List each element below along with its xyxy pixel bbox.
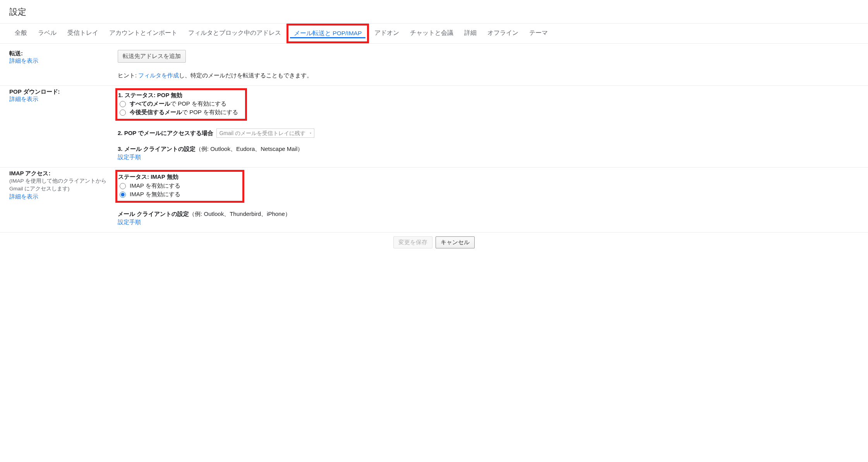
forwarding-hint: ヒント: フィルタを作成し、特定のメールだけを転送することもできます。 (118, 72, 859, 79)
highlight-box-imap: ステータス: IMAP 無効 IMAP を有効にする IMAP を無効にする (115, 170, 244, 203)
imap-status-label: ステータス: (118, 173, 151, 180)
imap-client-label: メール クライアントの設定 (118, 210, 189, 217)
imap-disable-radio[interactable] (120, 192, 126, 198)
imap-config-instructions-link[interactable]: 設定手順 (118, 219, 859, 226)
add-forwarding-address-button[interactable]: 転送先アドレスを追加 (118, 50, 186, 63)
hint-suffix: し、特定のメールだけを転送することもできます。 (179, 72, 312, 79)
tab-inbox[interactable]: 受信トレイ (62, 24, 104, 43)
tab-filters-blocked[interactable]: フィルタとブロック中のアドレス (183, 24, 286, 43)
imap-label: IMAP アクセス: (9, 170, 114, 177)
imap-status-value: IMAP 無効 (151, 173, 178, 180)
page-title: 設定 (0, 0, 868, 23)
pop-step3-label: 3. メール クライアントの設定 (118, 145, 196, 152)
cancel-button[interactable]: キャンセル (436, 236, 475, 248)
imap-description: (IMAP を使用して他のクライアントから Gmail にアクセスします) (9, 177, 114, 193)
pop-config-instructions-link[interactable]: 設定手順 (118, 154, 859, 161)
pop-enable-all-radio[interactable] (120, 101, 126, 107)
save-changes-button: 変更を保存 (393, 236, 432, 248)
pop-status-label: 1. ステータス: (118, 92, 157, 98)
tab-advanced[interactable]: 詳細 (459, 24, 482, 43)
pop-step3-examples: （例: Outlook、Eudora、Netscape Mail） (196, 145, 303, 152)
pop-opt2-suffix: で POP を有効にする (182, 109, 238, 115)
imap-enable-label: IMAP を有効にする (130, 182, 180, 190)
pop-status-value: POP 無効 (157, 92, 183, 98)
pop-label: POP ダウンロード: (9, 88, 114, 96)
imap-disable-label: IMAP を無効にする (130, 191, 180, 198)
tab-general[interactable]: 全般 (9, 24, 33, 43)
pop-learn-more-link[interactable]: 詳細を表示 (9, 96, 38, 102)
forwarding-label: 転送: (9, 50, 114, 57)
tab-accounts-import[interactable]: アカウントとインポート (104, 24, 183, 43)
tab-themes[interactable]: テーマ (524, 24, 553, 43)
pop-enable-all-row[interactable]: すべてのメールで POP を有効にする (118, 100, 238, 108)
forwarding-section: 転送: 詳細を表示 転送先アドレスを追加 ヒント: フィルタを作成し、特定のメー… (0, 44, 868, 86)
highlight-box-pop: 1. ステータス: POP 無効 すべてのメールで POP を有効にする 今後受… (115, 88, 247, 121)
imap-enable-radio[interactable] (120, 183, 126, 189)
tab-chat-meet[interactable]: チャットと会議 (405, 24, 459, 43)
imap-enable-row[interactable]: IMAP を有効にする (118, 182, 180, 190)
pop-action-select[interactable]: Gmail のメールを受信トレイに残す (216, 128, 314, 138)
footer-buttons: 変更を保存 キャンセル (0, 233, 868, 258)
settings-tabs: 全般 ラベル 受信トレイ アカウントとインポート フィルタとブロック中のアドレス… (0, 23, 868, 44)
pop-opt1-bold: すべてのメール (130, 100, 170, 107)
highlight-box-tab: メール転送と POP/IMAP (286, 24, 369, 43)
pop-opt1-suffix: で POP を有効にする (170, 100, 226, 107)
forwarding-learn-more-link[interactable]: 詳細を表示 (9, 57, 38, 64)
imap-client-examples: （例: Outlook、Thunderbird、iPhone） (189, 210, 291, 217)
pop-step2-label: 2. POP でメールにアクセスする場合 (118, 130, 213, 136)
pop-download-section: POP ダウンロード: 詳細を表示 1. ステータス: POP 無効 すべてのメ… (0, 86, 868, 168)
tab-labels[interactable]: ラベル (33, 24, 62, 43)
imap-access-section: IMAP アクセス: (IMAP を使用して他のクライアントから Gmail に… (0, 168, 868, 233)
pop-enable-future-radio[interactable] (120, 110, 126, 116)
pop-opt2-bold: 今後受信するメール (130, 109, 182, 115)
imap-learn-more-link[interactable]: 詳細を表示 (9, 193, 38, 200)
tab-addons[interactable]: アドオン (369, 24, 405, 43)
pop-enable-future-row[interactable]: 今後受信するメールで POP を有効にする (118, 109, 238, 116)
hint-prefix: ヒント: (118, 72, 138, 79)
tab-forwarding-pop-imap[interactable]: メール転送と POP/IMAP (288, 26, 367, 41)
tab-offline[interactable]: オフライン (482, 24, 524, 43)
imap-disable-row[interactable]: IMAP を無効にする (118, 191, 180, 198)
create-filter-link[interactable]: フィルタを作成 (138, 72, 179, 79)
